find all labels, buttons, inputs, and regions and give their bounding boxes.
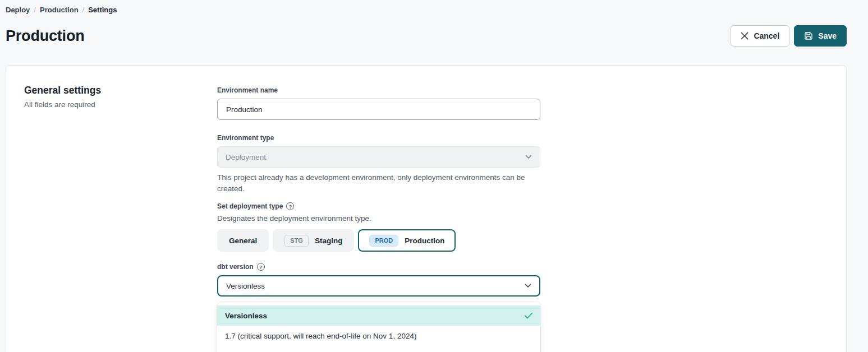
prod-badge: PROD [369,235,398,247]
header-actions: Cancel Save [731,25,847,47]
breadcrumb-deploy[interactable]: Deploy [6,6,30,14]
environment-name-label: Environment name [217,86,278,94]
cancel-button[interactable]: Cancel [731,25,789,47]
deployment-type-option-general[interactable]: General [217,229,269,252]
deployment-type-description: Designates the deployment environment ty… [217,214,540,223]
dbt-version-dropdown: Versionless 1.7 (critical support, will … [217,302,540,352]
environment-type-select: Deployment [217,146,540,168]
dbt-version-select[interactable]: Versionless [217,275,540,297]
deployment-type-option-staging[interactable]: STG Staging [273,229,354,252]
cancel-button-label: Cancel [754,31,779,40]
deployment-type-option-label: General [229,237,257,245]
dropdown-option-label: Versionless [225,312,267,320]
environment-type-helper-text: This project already has a development e… [217,172,540,194]
save-button-label: Save [818,31,837,40]
environment-name-input[interactable] [217,99,540,120]
top-bar: Deploy / Production / Settings Productio… [0,0,868,47]
section-subtitle: All fields are required [24,100,217,109]
help-icon[interactable]: ? [286,202,294,210]
dropdown-option-label: 1.7 (critical support, will reach end-of… [225,332,416,340]
floppy-disk-icon [804,31,813,40]
section-intro: General settings All fields are required [24,85,217,352]
checkmark-icon [525,313,532,319]
dbt-version-value: Versionless [226,282,265,290]
breadcrumb-separator: / [34,6,36,14]
page-title: Production [6,27,85,45]
general-settings-card: General settings All fields are required… [6,65,847,352]
dropdown-option-1-6[interactable]: 1.6 (critical support, will reach end-of… [217,346,540,352]
deployment-type-label: Set deployment type [217,202,283,210]
environment-type-label: Environment type [217,134,274,142]
deployment-type-options: General STG Staging PROD Production [217,229,540,252]
environment-settings-page: { "breadcrumb": { "separator": "/", "ite… [0,0,868,352]
deployment-type-option-production[interactable]: PROD Production [358,229,456,252]
environment-type-value: Deployment [226,153,266,161]
dropdown-option-1-7[interactable]: 1.7 (critical support, will reach end-of… [217,326,540,346]
deployment-type-option-label: Staging [315,237,343,245]
page-header: Production Cancel Save [6,25,847,47]
stg-badge: STG [284,235,309,247]
help-icon[interactable]: ? [257,263,265,271]
save-button[interactable]: Save [794,25,847,47]
deployment-type-label-row: Set deployment type ? [217,202,540,210]
breadcrumb-production[interactable]: Production [40,6,79,14]
dropdown-option-versionless[interactable]: Versionless [217,305,540,326]
breadcrumb-separator: / [82,6,85,14]
dbt-version-label: dbt version [217,263,254,271]
breadcrumb: Deploy / Production / Settings [6,5,847,14]
chevron-down-icon [525,284,531,288]
chevron-down-icon [525,155,532,159]
x-icon [741,32,748,40]
deployment-type-option-label: Production [405,237,444,245]
dbt-version-label-row: dbt version ? [217,263,540,271]
section-title: General settings [24,85,217,96]
breadcrumb-settings: Settings [88,6,117,14]
settings-form: Environment name Environment type Deploy… [217,85,540,352]
